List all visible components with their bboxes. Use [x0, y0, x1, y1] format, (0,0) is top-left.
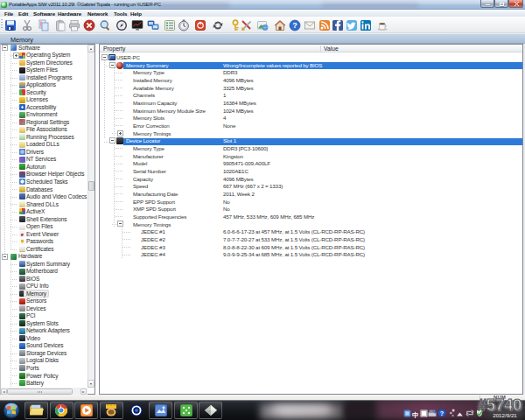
svg-text:?: ? — [292, 21, 298, 30]
svg-text:?: ? — [440, 409, 444, 416]
